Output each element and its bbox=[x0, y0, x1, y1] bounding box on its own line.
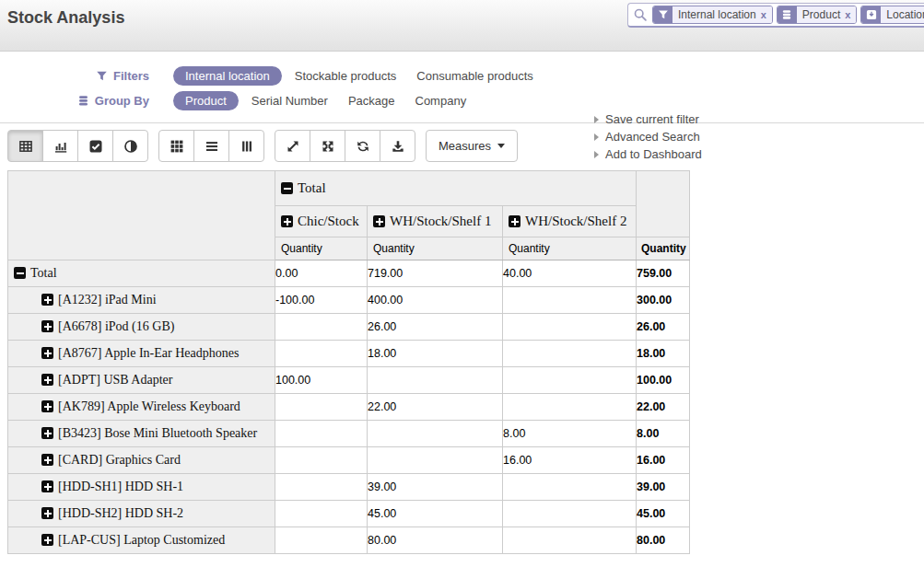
expand-icon[interactable] bbox=[41, 534, 53, 546]
collapse-icon[interactable] bbox=[14, 267, 26, 279]
pivot-value-cell bbox=[503, 341, 637, 367]
check-square-icon bbox=[88, 139, 103, 154]
measures-dropdown-button[interactable]: Measures bbox=[426, 130, 518, 162]
grid-button[interactable] bbox=[158, 130, 194, 162]
check-square-button[interactable] bbox=[77, 130, 113, 162]
search-menu-actions: Save current filterAdvanced SearchAdd to… bbox=[594, 110, 702, 163]
bar-chart-button[interactable] bbox=[42, 130, 78, 162]
expand-icon[interactable] bbox=[41, 454, 53, 466]
collapse-icon[interactable] bbox=[281, 182, 293, 194]
pivot-row-header-total[interactable]: Total bbox=[8, 260, 275, 287]
pivot-value-cell: 719.00 bbox=[368, 260, 503, 287]
pivot-row-total-cell: 22.00 bbox=[637, 394, 690, 421]
table-row: [HDD-SH2] HDD SH-245.0045.00 bbox=[8, 501, 690, 527]
expand-icon[interactable] bbox=[41, 480, 53, 492]
pivot-column-header-wh-stock-shelf-1[interactable]: WH/Stock/Shelf 1 bbox=[368, 206, 503, 237]
expand-icon[interactable] bbox=[509, 215, 520, 227]
pivot-value-cell: 80.00 bbox=[368, 527, 503, 554]
facet-remove-button[interactable]: x bbox=[845, 9, 850, 20]
pivot-body: Total0.00719.0040.00759.00[A1232] iPad M… bbox=[8, 260, 690, 554]
expand-icon[interactable] bbox=[281, 215, 293, 227]
menu-action-save-current-filter[interactable]: Save current filter bbox=[594, 110, 702, 128]
table-row: [ADPT] USB Adapter100.00100.00 bbox=[8, 367, 690, 394]
pivot-row-header-b3423-bose-mini-bluetooth-speaker[interactable]: [B3423] Bose Mini Bluetooth Speaker bbox=[8, 421, 275, 447]
bar-chart-icon bbox=[53, 139, 68, 154]
expand-icon[interactable] bbox=[41, 347, 53, 359]
filter-option-internal-location[interactable]: Internal location bbox=[173, 66, 282, 86]
pivot-row-header-lap-cus-laptop-customized[interactable]: [LAP-CUS] Laptop Customized bbox=[8, 527, 275, 554]
search-input[interactable]: Internal locationxProductxLocationx bbox=[627, 3, 924, 28]
group-by-option-package[interactable]: Package bbox=[341, 91, 403, 110]
columns-button[interactable] bbox=[228, 130, 264, 162]
list-button[interactable] bbox=[193, 130, 229, 162]
pivot-row-header-card-graphics-card[interactable]: [CARD] Graphics Card bbox=[8, 447, 275, 474]
pivot-column-header-chic-stock[interactable]: Chic/Stock bbox=[275, 206, 368, 237]
pivot-corner-cell bbox=[8, 171, 275, 260]
pivot-row-total-cell: 26.00 bbox=[637, 314, 690, 341]
pivot-column-total-header[interactable]: Total bbox=[275, 171, 637, 206]
expand-icon[interactable] bbox=[41, 294, 53, 306]
facet-remove-button[interactable]: x bbox=[761, 9, 766, 20]
toolbar-group-3 bbox=[275, 130, 415, 162]
search-facets: Internal locationxProductxLocationx bbox=[649, 6, 924, 24]
expand-icon[interactable] bbox=[41, 507, 53, 519]
pivot-value-cell bbox=[275, 474, 368, 501]
pivot-value-cell: 45.00 bbox=[368, 501, 503, 527]
expand-icon[interactable] bbox=[41, 427, 53, 439]
triangle-right-icon bbox=[594, 133, 599, 141]
contrast-icon bbox=[123, 139, 138, 154]
measure-icon bbox=[861, 6, 881, 23]
group-by-icon bbox=[778, 6, 797, 23]
arrows-icon bbox=[321, 139, 335, 154]
contrast-button[interactable] bbox=[112, 130, 148, 162]
pivot-value-cell bbox=[503, 367, 637, 394]
pivot-row-header-ak789-apple-wireless-keyboard[interactable]: [AK789] Apple Wireless Keyboard bbox=[8, 394, 275, 421]
expand-icon[interactable] bbox=[41, 374, 53, 386]
group-by-option-product[interactable]: Product bbox=[173, 91, 239, 110]
pivot-row-header-a1232-ipad-mini[interactable]: [A1232] iPad Mini bbox=[8, 287, 275, 314]
pivot-row-header-a6678-ipod-16-gb[interactable]: [A6678] iPod (16 GB) bbox=[8, 314, 275, 341]
filter-items: Internal locationStockable productsConsu… bbox=[173, 66, 541, 86]
search-facet-group-by[interactable]: Productx bbox=[777, 6, 857, 24]
expand-button[interactable] bbox=[275, 130, 310, 162]
pivot-row-header-adpt-usb-adapter[interactable]: [ADPT] USB Adapter bbox=[8, 367, 275, 394]
pivot-value-cell bbox=[275, 314, 368, 341]
pivot-column-header-wh-stock-shelf-2[interactable]: WH/Stock/Shelf 2 bbox=[503, 206, 637, 237]
download-button[interactable] bbox=[380, 130, 415, 162]
measure-header-total: Quantity bbox=[637, 237, 690, 260]
group-by-option-company[interactable]: Company bbox=[408, 91, 474, 110]
expand-icon[interactable] bbox=[373, 215, 385, 227]
menu-action-add-to-dashboard[interactable]: Add to Dashboard bbox=[594, 145, 702, 163]
filter-option-stockable-products[interactable]: Stockable products bbox=[287, 66, 404, 86]
pivot-value-cell bbox=[275, 447, 368, 474]
pivot-row-total-cell: 18.00 bbox=[637, 341, 690, 367]
pivot-value-cell bbox=[275, 394, 368, 421]
expand-icon[interactable] bbox=[41, 400, 53, 412]
menu-action-advanced-search[interactable]: Advanced Search bbox=[594, 128, 702, 145]
refresh-button[interactable] bbox=[345, 130, 380, 162]
filter-option-consumable-products[interactable]: Consumable products bbox=[409, 66, 540, 86]
pivot-row-header-hdd-sh1-hdd-sh-1[interactable]: [HDD-SH1] HDD SH-1 bbox=[8, 474, 275, 501]
search-facet-filter[interactable]: Internal locationx bbox=[652, 6, 773, 24]
pivot-value-cell bbox=[503, 314, 637, 341]
arrows-button[interactable] bbox=[310, 130, 345, 162]
group-by-option-serial-number[interactable]: Serial Number bbox=[244, 91, 335, 110]
table-button[interactable] bbox=[7, 130, 43, 162]
pivot-value-cell bbox=[275, 341, 368, 367]
pivot-value-cell: 18.00 bbox=[368, 341, 503, 367]
pivot-value-cell: 400.00 bbox=[368, 287, 503, 314]
table-row: [B3423] Bose Mini Bluetooth Speaker8.008… bbox=[8, 421, 690, 447]
pivot-row-header-hdd-sh2-hdd-sh-2[interactable]: [HDD-SH2] HDD SH-2 bbox=[8, 501, 275, 527]
facet-label: Internal location bbox=[678, 8, 756, 21]
pivot-row-total-cell: 100.00 bbox=[637, 367, 690, 394]
table-row: [A8767] Apple In-Ear Headphones18.0018.0… bbox=[8, 341, 690, 367]
expand-icon[interactable] bbox=[41, 320, 53, 332]
pivot-total-column-header bbox=[637, 171, 690, 237]
expand-icon bbox=[286, 139, 300, 154]
pivot-table: Total Chic/StockWH/Stock/Shelf 1WH/Stock… bbox=[7, 170, 690, 554]
pivot-row-total-cell: 39.00 bbox=[637, 474, 690, 501]
search-facet-measure[interactable]: Locationx bbox=[860, 6, 924, 24]
pivot-row-header-a8767-apple-in-ear-headphones[interactable]: [A8767] Apple In-Ear Headphones bbox=[8, 341, 275, 367]
table-icon bbox=[18, 139, 33, 154]
top-header-bar: Stock Analysis Internal locationxProduct… bbox=[0, 0, 924, 52]
